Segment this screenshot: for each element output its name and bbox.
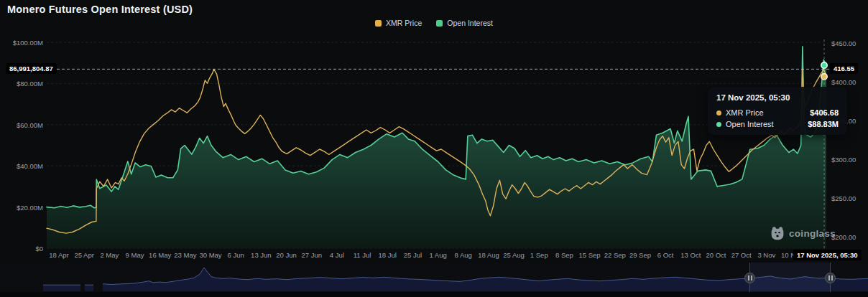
navigator-mini-chart	[0, 263, 868, 292]
tooltip-row-price: XMR Price $406.68	[716, 108, 839, 117]
tooltip-value: $406.68	[810, 108, 839, 117]
tooltip-label: Open Interest	[726, 120, 774, 128]
open-interest-area	[47, 47, 826, 248]
y-axis-tick-right: $250.00	[831, 194, 856, 202]
chart-navigator[interactable]	[0, 263, 868, 292]
price-last-value-badge: 416.55	[830, 63, 858, 74]
price-marker-dot	[821, 74, 827, 80]
xmr-price-dot-icon	[716, 110, 721, 116]
y-axis-tick-left: $100.00M	[0, 39, 43, 47]
tooltip-row-open-interest: Open Interest $88.83M	[716, 120, 839, 128]
open-interest-last-value-badge: 86,991,804.87	[6, 63, 57, 74]
tooltip-label: XMR Price	[726, 108, 764, 117]
coinglass-bear-icon	[770, 226, 785, 240]
coinglass-watermark: coinglass	[770, 226, 836, 240]
watermark-text: coinglass	[789, 228, 836, 239]
navigator-baseline-strip	[0, 292, 868, 297]
tooltip-value: $88.83M	[808, 120, 839, 128]
open-interest-marker-dot	[821, 62, 827, 68]
chart-tooltip: 17 Nov 2025, 05:30 XMR Price $406.68 Ope…	[708, 87, 847, 135]
navigator-selection-window[interactable]	[749, 263, 831, 292]
crosshair-time-badge: 17 Nov 2025, 05:30	[793, 250, 862, 260]
chart-page: Monero Futures Open Interest (USD) XMR P…	[0, 0, 868, 297]
navigator-area	[43, 285, 80, 291]
navigator-left-handle[interactable]	[744, 273, 755, 283]
navigator-right-handle[interactable]	[825, 273, 836, 283]
y-axis-tick-right: $300.00	[831, 156, 856, 164]
y-axis-tick-right: $400.00	[831, 78, 856, 86]
y-axis-tick-left: $20.00M	[0, 204, 43, 212]
y-axis-tick-right: $450.00	[831, 39, 856, 47]
y-axis-tick-left: $80.00M	[0, 80, 43, 88]
tooltip-timestamp: 17 Nov 2025, 05:30	[716, 93, 839, 102]
navigator-area	[85, 285, 93, 291]
open-interest-dot-icon	[716, 122, 721, 127]
y-axis-tick-left: $60.00M	[0, 121, 43, 129]
y-axis-tick-left: $40.00M	[0, 162, 43, 170]
